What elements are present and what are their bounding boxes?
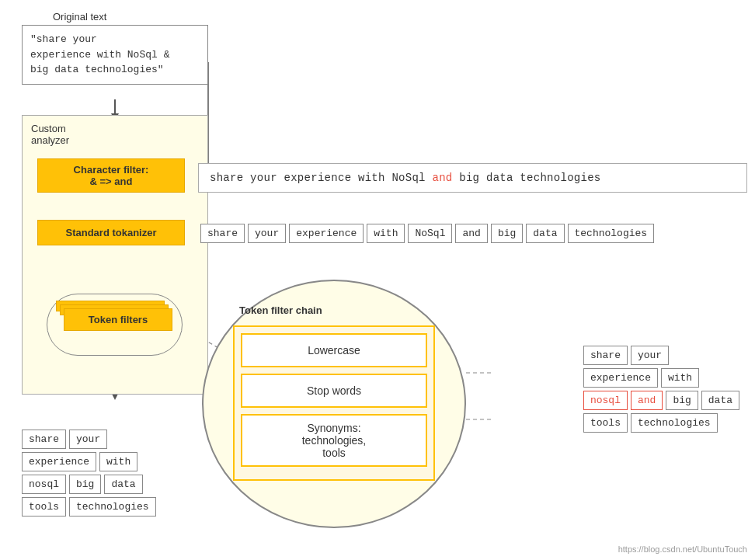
br-token-and: and: [631, 391, 663, 410]
token-your: your: [248, 224, 286, 243]
watermark: https://blog.csdn.net/UbuntuTouch: [618, 544, 747, 554]
phrase-text-after: big data technologies: [453, 172, 601, 184]
bl-token-nosql: nosql: [22, 475, 66, 494]
std-tokenizer-box: Standard tokanizer: [37, 220, 185, 245]
bl-token-big: big: [69, 475, 101, 494]
bl-token-data: data: [104, 475, 142, 494]
bl-token-share: share: [22, 430, 66, 449]
filter-chain-title: Token filter chain: [233, 301, 435, 319]
br-token-tools: tools: [583, 413, 628, 433]
original-text-box: "share your experience with NoSql & big …: [22, 25, 208, 85]
br-token-with: with: [661, 368, 699, 388]
br-token-share: share: [583, 346, 628, 365]
token-filters-stack: Token filters: [54, 299, 179, 350]
phrase-output-box: share your experience with NoSql and big…: [198, 163, 747, 193]
token-nosql: NoSql: [408, 224, 452, 243]
phrase-text-before: share your experience with NoSql: [210, 172, 433, 184]
token-data: data: [526, 224, 564, 243]
char-filter-title: Character filter:: [74, 164, 149, 176]
filter-synonyms: Synonyms:technologies,tools: [241, 414, 427, 467]
char-filter-rule: & => and: [90, 176, 133, 187]
filter-stopwords: Stop words: [241, 374, 427, 408]
custom-analyzer-label: Customanalyzer: [31, 123, 69, 146]
token-share: share: [200, 224, 245, 243]
token-filters-label: Token filters: [89, 314, 148, 325]
original-text-content: "share your experience with NoSql & big …: [30, 33, 169, 75]
token-technologies: technologies: [568, 224, 655, 243]
br-token-big: big: [666, 391, 698, 410]
token-filter-card-3: Token filters: [64, 308, 172, 331]
token-with: with: [367, 224, 405, 243]
original-text-label: Original text: [53, 11, 106, 23]
br-token-nosql: nosql: [583, 391, 628, 410]
char-filter-box: Character filter: & => and: [37, 158, 185, 193]
br-token-your: your: [631, 346, 669, 365]
bottom-right-tokens: share your experience with nosql and big…: [583, 346, 739, 436]
diagram-container: Original text "share your experience wit…: [0, 0, 755, 560]
bl-token-tools: tools: [22, 497, 66, 517]
filter-lowercase: Lowercase: [241, 333, 427, 367]
br-token-experience: experience: [583, 368, 658, 388]
filter-chain-container: Token filter chain Lowercase Stop words …: [233, 301, 435, 481]
token-and: and: [455, 224, 487, 243]
bl-token-with: with: [99, 452, 137, 471]
bottom-left-tokens: share your experience with nosql big dat…: [22, 430, 156, 520]
filter-chain-outer: Lowercase Stop words Synonyms:technologi…: [233, 325, 435, 481]
phrase-highlight: and: [433, 172, 453, 184]
token-experience: experience: [289, 224, 364, 243]
bl-token-your: your: [69, 430, 107, 449]
br-token-technologies: technologies: [631, 413, 718, 433]
bl-token-experience: experience: [22, 452, 96, 471]
br-token-data: data: [701, 391, 739, 410]
token-big: big: [491, 224, 523, 243]
token-row: share your experience with NoSql and big…: [200, 224, 654, 243]
bl-token-technologies: technologies: [69, 497, 156, 517]
